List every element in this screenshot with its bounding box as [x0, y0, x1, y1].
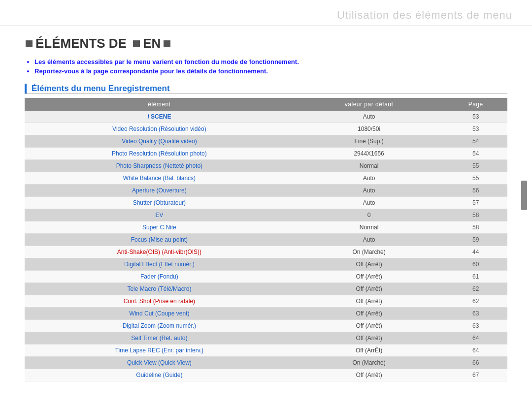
- table-cell-item: Digital Effect (Effet numér.): [25, 258, 294, 271]
- table-cell-page: 55: [444, 172, 507, 185]
- table-cell-value: Off (Arrêt): [294, 283, 444, 295]
- table-row: Guideline (Guide)Off (Arrêt)67: [25, 369, 507, 381]
- table-cell-value: Off (Arrêt): [294, 308, 444, 320]
- page-indicator: [521, 181, 527, 210]
- section-title-text2: EN: [143, 36, 161, 51]
- table-cell-page: 63: [444, 308, 507, 320]
- table-cell-item: Photo Resolution (Résolution photo): [25, 148, 294, 160]
- table-cell-value: Off (Arrêt): [294, 258, 444, 271]
- table-cell-page: 60: [444, 258, 507, 271]
- table-row: Aperture (Ouverture)Auto56: [25, 185, 507, 197]
- page-container: Utilisation des éléments de menu ÉLÉMENT…: [0, 0, 532, 407]
- table-cell-item: Fader (Fondu): [25, 271, 294, 283]
- table-row: White Balance (Bal. blancs)Auto55: [25, 172, 507, 185]
- table-cell-value: Off (Arrêt): [294, 295, 444, 308]
- main-content: ÉLÉMENTS DE EN Les éléments accessibles …: [0, 26, 532, 391]
- table-row: Quick View (Quick View)On (Marche)66: [25, 357, 507, 369]
- table-cell-value: Auto: [294, 111, 444, 123]
- table-cell-item: Digital Zoom (Zoom numér.): [25, 320, 294, 332]
- table-cell-page: 53: [444, 123, 507, 135]
- table-cell-value: 2944X1656: [294, 148, 444, 160]
- table-cell-value: Off (Arrêt): [294, 369, 444, 381]
- table-cell-item: i SCENE: [25, 111, 294, 123]
- table-cell-item: Self Timer (Ret. auto): [25, 332, 294, 344]
- table-row: Video Resolution (Résolution vidéo)1080/…: [25, 123, 507, 135]
- table-cell-page: 54: [444, 148, 507, 160]
- table-cell-item: Guideline (Guide): [25, 369, 294, 381]
- table-cell-item: Cont. Shot (Prise en rafale): [25, 295, 294, 308]
- table-cell-item: Anti-Shake(OIS) (Anti-vibr(OIS)): [25, 246, 294, 258]
- table-cell-page: 62: [444, 283, 507, 295]
- section-title-text: ÉLÉMENTS DE: [35, 36, 130, 51]
- table-cell-value: Fine (Sup.): [294, 135, 444, 148]
- table-row: Digital Zoom (Zoom numér.)Off (Arrêt)63: [25, 320, 507, 332]
- table-cell-item: Aperture (Ouverture): [25, 185, 294, 197]
- table-cell-item: Time Lapse REC (Enr. par interv.): [25, 344, 294, 357]
- table-cell-page: 56: [444, 185, 507, 197]
- table-row: Super C.NiteNormal58: [25, 221, 507, 234]
- sub-section-title: Éléments du menu Enregistrement: [25, 84, 507, 94]
- section-divider: [25, 94, 507, 94]
- table-cell-value: Normal: [294, 160, 444, 172]
- table-cell-page: 55: [444, 160, 507, 172]
- table-cell-item: Video Resolution (Résolution vidéo): [25, 123, 294, 135]
- table-cell-item: Photo Sharpness (Netteté photo): [25, 160, 294, 172]
- table-cell-item: Quick View (Quick View): [25, 357, 294, 369]
- table-row: Photo Sharpness (Netteté photo)Normal55: [25, 160, 507, 172]
- table-header-row: élément valeur par défaut Page: [25, 98, 507, 111]
- table-cell-value: Auto: [294, 234, 444, 246]
- table-row: Video Quality (Qualité vidéo)Fine (Sup.)…: [25, 135, 507, 148]
- page-title: Utilisation des éléments de menu: [337, 9, 512, 21]
- table-row: Tele Macro (Télé/Macro)Off (Arrêt)62: [25, 283, 507, 295]
- table-cell-page: 54: [444, 135, 507, 148]
- table-cell-value: Off (Arrêt): [294, 320, 444, 332]
- table-cell-page: 64: [444, 332, 507, 344]
- table-cell-value: On (Marche): [294, 357, 444, 369]
- table-cell-item: Super C.Nite: [25, 221, 294, 234]
- col-header-value: valeur par défaut: [294, 98, 444, 111]
- table-row: Cont. Shot (Prise en rafale)Off (Arrêt)6…: [25, 295, 507, 308]
- table-row: Self Timer (Ret. auto)Off (Arrêt)64: [25, 332, 507, 344]
- table-row: Photo Resolution (Résolution photo)2944X…: [25, 148, 507, 160]
- table-cell-page: 67: [444, 369, 507, 381]
- table-cell-value: Auto: [294, 185, 444, 197]
- table-cell-value: Off (ArrÊt): [294, 344, 444, 357]
- table-cell-page: 66: [444, 357, 507, 369]
- table-cell-value: 0: [294, 209, 444, 221]
- table-row: Digital Effect (Effet numér.)Off (Arrêt)…: [25, 258, 507, 271]
- table-cell-value: Auto: [294, 197, 444, 209]
- table-cell-item: Wind Cut (Coupe vent): [25, 308, 294, 320]
- table-cell-value: Auto: [294, 172, 444, 185]
- table-cell-page: 64: [444, 344, 507, 357]
- table-row: Fader (Fondu)Off (Arrêt)61: [25, 271, 507, 283]
- table-cell-page: 57: [444, 197, 507, 209]
- table-cell-value: 1080/50i: [294, 123, 444, 135]
- table-cell-value: On (Marche): [294, 246, 444, 258]
- table-cell-item: White Balance (Bal. blancs): [25, 172, 294, 185]
- table-row: Wind Cut (Coupe vent)Off (Arrêt)63: [25, 308, 507, 320]
- square-icon-1: [26, 40, 33, 47]
- bullet-list: Les éléments accessibles par le menu var…: [25, 58, 507, 75]
- square-icon-3: [164, 40, 170, 47]
- table-cell-item: Focus (Mise au point): [25, 234, 294, 246]
- table-cell-page: 53: [444, 111, 507, 123]
- section-heading: ÉLÉMENTS DE EN: [25, 36, 507, 51]
- table-row: Focus (Mise au point)Auto59: [25, 234, 507, 246]
- table-row: Time Lapse REC (Enr. par interv.)Off (Ar…: [25, 344, 507, 357]
- col-header-item: élément: [25, 98, 294, 111]
- square-icon-2: [133, 40, 140, 47]
- table-row: EV058: [25, 209, 507, 221]
- bullet-item-1: Les éléments accessibles par le menu var…: [34, 58, 507, 65]
- table-cell-item: Video Quality (Qualité vidéo): [25, 135, 294, 148]
- menu-table: élément valeur par défaut Page i SCENEAu…: [25, 98, 507, 381]
- table-row: Shutter (Obturateur)Auto57: [25, 197, 507, 209]
- col-header-page: Page: [444, 98, 507, 111]
- table-cell-page: 44: [444, 246, 507, 258]
- table-cell-item: Shutter (Obturateur): [25, 197, 294, 209]
- table-cell-value: Off (Arrêt): [294, 271, 444, 283]
- table-cell-item: EV: [25, 209, 294, 221]
- table-cell-page: 58: [444, 221, 507, 234]
- table-cell-page: 61: [444, 271, 507, 283]
- top-header: Utilisation des éléments de menu: [0, 0, 532, 26]
- table-row: i SCENEAuto53: [25, 111, 507, 123]
